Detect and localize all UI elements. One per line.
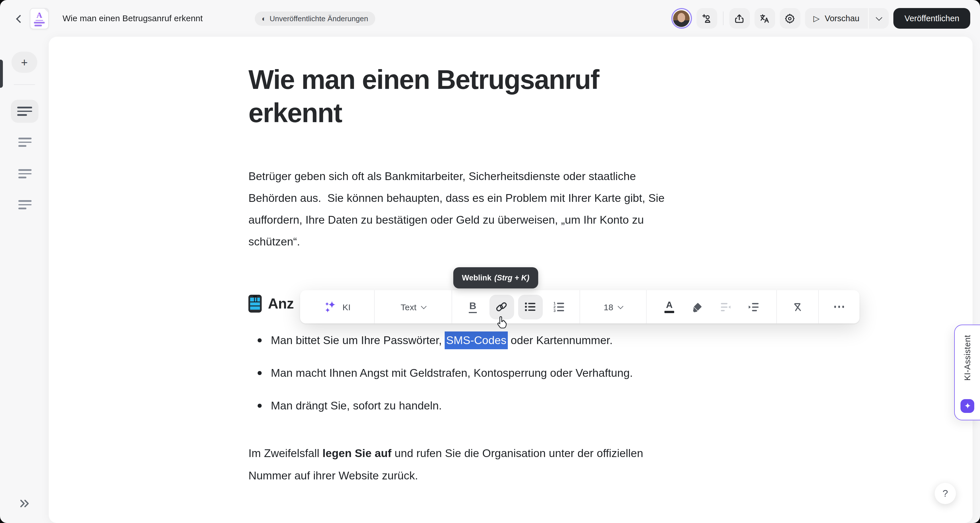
page-lines-icon <box>18 200 31 209</box>
link-icon <box>495 300 508 314</box>
selected-text[interactable]: SMS-Codes <box>445 331 508 349</box>
numbered-list-button[interactable]: 1 2 3 <box>547 294 571 319</box>
preview-label: Vorschau <box>825 14 859 23</box>
back-button[interactable] <box>13 11 27 26</box>
ai-assistant-label: KI-Assistent <box>963 335 972 381</box>
ellipsis-icon <box>834 306 836 308</box>
bold-button[interactable]: B <box>460 294 485 319</box>
ai-assistant-icon <box>961 399 974 413</box>
add-person-icon <box>701 12 713 24</box>
expand-sidebar-button[interactable] <box>16 496 33 513</box>
text-format-toolbar: KI Text B 1 <box>300 290 859 323</box>
play-icon: ▷ <box>813 14 819 23</box>
page-lines-icon <box>18 170 31 178</box>
bullet-list: Man bittet Sie um Ihre Passwörter, SMS-C… <box>248 331 633 414</box>
page-lines-icon <box>18 138 31 147</box>
topbar-actions: ▷ Vorschau Veröffentlichen <box>671 8 970 29</box>
closing-paragraph: Im Zweifelsfall legen Sie auf und rufen … <box>248 442 643 486</box>
avatar[interactable] <box>671 8 692 29</box>
gear-icon <box>784 12 796 24</box>
share-button[interactable] <box>729 8 749 29</box>
outdent-icon <box>719 300 732 313</box>
chevron-down-icon <box>876 14 882 21</box>
chevron-down-icon <box>421 303 426 309</box>
clear-formatting-button[interactable] <box>785 294 810 319</box>
page-fold-corner <box>44 8 49 13</box>
sidebar-item-page-2[interactable] <box>11 131 38 154</box>
list-item: Man bittet Sie um Ihre Passwörter, SMS-C… <box>248 331 633 349</box>
page-title: Wie man einen Betrugsanruf erkennt <box>248 63 599 130</box>
text-style-dropdown[interactable]: Text <box>375 290 452 323</box>
chevron-left-icon <box>16 15 24 23</box>
translate-icon <box>759 12 771 24</box>
ai-assistant-tab[interactable]: KI-Assistent <box>954 324 980 420</box>
outdent-button[interactable] <box>713 294 738 319</box>
mobile-phone-emoji <box>248 295 262 313</box>
preview-dropdown-button[interactable] <box>869 8 889 29</box>
highlighter-icon <box>691 300 704 313</box>
numbered-list-icon: 1 2 3 <box>552 300 566 314</box>
list-item: Man macht Ihnen Angst mit Geldstrafen, K… <box>248 364 633 382</box>
topbar: A Wie man einen Betrugsanruf erkennt ◐ U… <box>0 0 980 37</box>
bullet-list-button[interactable] <box>518 294 542 319</box>
format-buttons-group: B 1 2 3 <box>452 290 580 323</box>
more-options-button[interactable] <box>819 290 859 323</box>
sidebar-divider <box>14 84 35 85</box>
indent-button[interactable] <box>741 294 766 319</box>
font-size-dropdown[interactable]: 18 <box>580 290 647 323</box>
stage: A Wie man einen Betrugsanruf erkennt ◐ U… <box>0 0 980 523</box>
preview-button-group: ▷ Vorschau <box>805 8 889 29</box>
help-button[interactable]: ? <box>935 483 956 504</box>
bullet-list-icon <box>523 300 537 314</box>
sidebar-item-page-1[interactable] <box>11 100 38 123</box>
clear-formatting-group <box>777 290 819 323</box>
list-item: Man drängt Sie, sofort zu handeln. <box>248 397 633 414</box>
ai-button[interactable]: KI <box>300 290 375 323</box>
translate-button[interactable] <box>754 8 775 29</box>
svg-text:3: 3 <box>554 308 556 313</box>
indent-icon <box>747 300 760 313</box>
link-tooltip: Weblink (Strg + K) <box>453 267 538 288</box>
status-badge-label: Unveröffentlichte Änderungen <box>270 14 368 23</box>
text-color-button[interactable]: A <box>657 294 682 319</box>
avatar-photo <box>673 10 690 27</box>
app-window: A Wie man einen Betrugsanruf erkennt ◐ U… <box>0 0 980 523</box>
double-chevron-right-icon <box>17 496 32 511</box>
sidebar-item-page-4[interactable] <box>11 193 38 216</box>
section-heading: Anz <box>248 295 294 313</box>
sidebar: + <box>0 37 49 523</box>
intro-paragraph: Betrüger geben sich oft als Bankmitarbei… <box>248 165 664 252</box>
sidebar-item-page-3[interactable] <box>11 162 38 185</box>
highlight-button[interactable] <box>685 294 710 319</box>
chevron-down-icon <box>618 303 624 309</box>
document-icon: A <box>30 8 49 29</box>
sparkles-icon <box>324 300 337 314</box>
preview-button[interactable]: ▷ Vorschau <box>805 8 868 29</box>
settings-button[interactable] <box>780 8 800 29</box>
add-page-button[interactable]: + <box>11 52 37 73</box>
hand-cursor <box>495 314 511 332</box>
document-title: Wie man einen Betrugsanruf erkennt <box>62 0 203 37</box>
publish-button[interactable]: Veröffentlichen <box>894 8 970 29</box>
share-icon <box>733 12 745 24</box>
clear-formatting-icon <box>791 300 804 313</box>
color-swatch <box>664 311 674 313</box>
section-heading-text: Anz <box>268 295 294 312</box>
topbar-divider <box>723 11 723 25</box>
ai-button-label: KI <box>342 302 351 312</box>
page-lines-icon <box>17 107 32 116</box>
status-badge: ◐ Unveröffentlichte Änderungen <box>255 11 375 26</box>
invite-collaborator-button[interactable] <box>696 8 717 29</box>
color-indent-group: A <box>647 290 777 323</box>
selected-page-edge-indicator <box>0 60 3 88</box>
unpublished-changes-icon: ◐ <box>262 15 266 22</box>
